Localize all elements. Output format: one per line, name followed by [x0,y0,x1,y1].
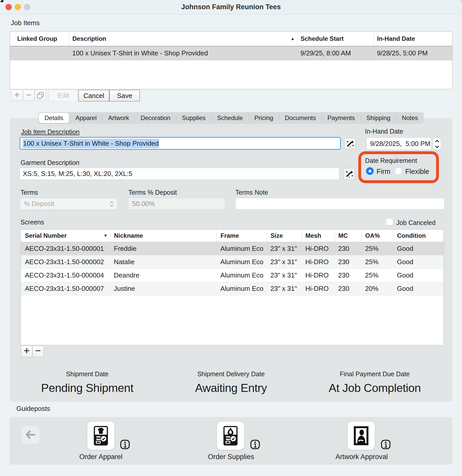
terms-label: Terms [21,189,38,196]
guideposts-back-button[interactable] [22,426,40,444]
tab-notes[interactable]: Notes [396,112,424,124]
plus-icon: + [24,345,30,356]
date-requirement-label: Date Requirement [365,157,417,164]
back-arrow-icon [25,429,36,440]
screen-row[interactable]: AECO-23x31-1.50-000002Natalie Aluminum E… [21,255,444,269]
status-value: At Job Completion [329,381,421,395]
duplicate-icon [36,91,45,100]
order-apparel-info-button[interactable] [120,440,130,449]
garment-description-input[interactable]: XS:5, S:15, M:25, L:30, XL:20, 2XL:5 [20,168,339,180]
garment-description-label: Garment Description [21,159,79,166]
cancel-button[interactable]: Cancel [78,90,109,102]
job-item-description-label: Job Item Description [21,128,80,136]
screenshot-corner-artifact [0,0,3,2]
tab-artwork[interactable]: Artwork [102,112,135,124]
column-header-mesh[interactable]: Mesh [302,230,335,242]
screen-row[interactable]: AECO-23x31-1.50-000007Justine Aluminum E… [21,282,444,295]
radio-flexible[interactable] [394,167,402,175]
stepper-down-icon[interactable] [433,144,441,150]
minus-icon: − [26,90,31,100]
final-payment-due-status: Final Payment Due Date At Job Completion [329,370,421,395]
plus-icon: + [14,90,20,100]
title-bar: Johnson Family Reunion Tees [0,0,462,14]
save-button[interactable]: Save [109,90,140,102]
cell-schedule-start: 9/29/25, 8:00 AM [297,46,374,60]
select-chevrons-icon [110,201,114,207]
terms-deposit-label: Terms % Deposit [128,189,177,196]
order-supplies-info-button[interactable] [250,440,260,449]
edit-button[interactable]: Edit [49,90,78,102]
terms-select[interactable]: % Deposit [20,198,118,210]
in-hand-date-input[interactable]: 9/28/2025, 5:00 PM [367,137,431,150]
screens-section-label: Screens [21,219,44,226]
tab-payments[interactable]: Payments [322,112,361,124]
add-job-item-button[interactable]: + [11,90,23,101]
column-header-in-hand-date[interactable]: In-Hand Date [374,32,453,46]
terms-deposit-field[interactable]: 50.00% [128,198,225,210]
job-items-table[interactable]: Linked Group Description ▲ Schedule Star… [10,31,453,89]
status-value: Awaiting Entry [195,381,267,395]
tab-documents[interactable]: Documents [279,112,322,124]
artwork-approval-label: Artwork Approval [335,453,388,461]
cell-in-hand-date: 9/28/25, 5:00 PM [374,46,453,60]
screen-row[interactable]: AECO-23x31-1.50-000001Freddie Aluminum E… [21,242,444,255]
job-items-empty-area [10,60,453,89]
order-apparel-icon [93,426,109,446]
column-header-mc[interactable]: MC [335,230,362,242]
column-header-condition[interactable]: Condition [393,230,444,242]
job-item-row-selected[interactable]: 100 x Unisex T-Shirt in White - Shop Pro… [10,46,453,60]
guideposts-section-label: Guideposts [16,405,50,413]
tab-supplies[interactable]: Supplies [176,112,211,124]
column-header-serial-number[interactable]: Serial Number ▼ [21,230,110,242]
autofill-description-button[interactable] [344,138,356,149]
terms-note-label: Terms Note [235,189,268,196]
window-title: Johnson Family Reunion Tees [0,0,462,14]
in-hand-date-label: In-Hand Date [365,128,403,135]
column-header-description[interactable]: Description ▲ [69,32,297,46]
shipment-delivery-date-status: Shipment Delivery Date Awaiting Entry [195,370,267,395]
column-header-linked-group[interactable]: Linked Group [10,32,69,46]
add-screen-button[interactable]: + [21,346,32,357]
column-header-size[interactable]: Size [267,230,302,242]
tab-apparel[interactable]: Apparel [70,112,102,124]
column-header-frame[interactable]: Frame [217,230,267,242]
tab-details[interactable]: Details [39,113,69,123]
status-value: Pending Shipment [41,381,133,395]
tab-shipping[interactable]: Shipping [361,112,396,124]
remove-screen-button[interactable]: − [32,346,44,357]
info-icon [381,440,391,449]
order-supplies-label: Order Supplies [208,453,254,461]
date-stepper[interactable] [433,138,441,150]
tab-pricing[interactable]: Pricing [249,112,279,124]
radio-firm-label: Firm [377,168,390,176]
tab-schedule[interactable]: Schedule [211,112,248,124]
remove-job-item-button[interactable]: − [23,90,34,101]
screens-empty-area [21,295,444,345]
stepper-up-icon[interactable] [433,138,441,144]
order-apparel-label: Order Apparel [79,453,122,461]
artwork-approval-info-button[interactable] [381,440,391,449]
autofill-garment-button[interactable] [343,168,355,180]
terms-note-input[interactable] [235,198,445,210]
column-header-oa[interactable]: OA% [362,230,393,242]
screens-table[interactable]: Serial Number ▼ Nickname Frame Size Mesh… [21,229,444,345]
column-header-nickname[interactable]: Nickname [110,230,217,242]
artwork-approval-button[interactable] [348,422,375,450]
app-window: Johnson Family Reunion Tees Job Items Li… [0,0,462,476]
order-supplies-button[interactable] [217,422,244,450]
duplicate-job-item-button[interactable] [35,90,46,101]
tab-decoration[interactable]: Decoration [135,112,176,124]
selected-text: 100 x Unisex T-Shirt in White - Shop Pro… [23,139,159,148]
cell-linked-group [10,46,69,60]
tab-bar: Details Apparel Artwork Decoration Suppl… [38,112,424,124]
screen-row[interactable]: AECO-23x31-1.50-000004Deandre Aluminum E… [21,269,444,282]
radio-firm[interactable] [366,167,374,175]
shipment-date-status: Shipment Date Pending Shipment [41,370,133,395]
column-header-schedule-start[interactable]: Schedule Start [297,32,374,46]
order-supplies-icon [222,426,239,446]
job-items-section-label: Job Items [11,19,40,27]
order-apparel-button[interactable] [87,422,114,450]
job-canceled-checkbox[interactable] [386,218,393,225]
status-label: Shipment Date [41,370,133,378]
job-item-description-input[interactable]: 100 x Unisex T-Shirt in White - Shop Pro… [20,137,341,150]
